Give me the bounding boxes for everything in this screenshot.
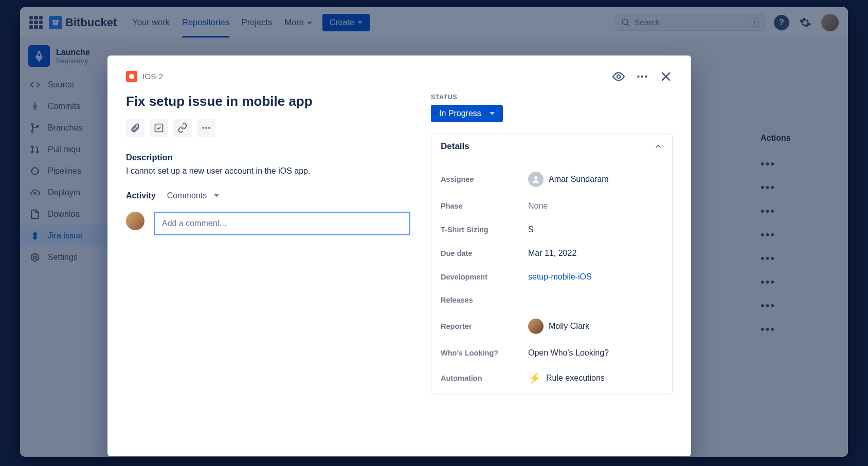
svg-point-0	[622, 19, 628, 25]
svg-line-1	[627, 24, 629, 26]
more-icon[interactable]	[636, 70, 649, 83]
branch-icon	[29, 122, 41, 134]
row-actions-5[interactable]: •••	[761, 247, 848, 270]
comment-input[interactable]: Add a comment...	[154, 212, 410, 235]
row-actions-1[interactable]: •••	[761, 152, 848, 176]
field-due-date[interactable]: Due date Mar 11, 2022	[441, 241, 663, 265]
topbar-right: Search / ?	[616, 14, 839, 31]
search-shortcut: /	[750, 18, 759, 27]
row-actions-4[interactable]: •••	[761, 223, 848, 247]
help-icon[interactable]: ?	[774, 15, 789, 30]
actions-header: Actions	[761, 134, 848, 143]
row-actions-3[interactable]: •••	[761, 199, 848, 223]
repo-type: Repository	[56, 57, 90, 65]
svg-point-11	[37, 151, 38, 153]
svg-point-16	[645, 76, 647, 78]
svg-rect-19	[155, 124, 163, 132]
chevron-down-icon	[490, 112, 495, 115]
nav-your-work[interactable]: Your work	[132, 9, 170, 35]
link-button[interactable]	[173, 119, 192, 137]
nav-more[interactable]: More	[284, 9, 312, 35]
create-button[interactable]: Create	[322, 14, 370, 31]
details-header[interactable]: Details	[431, 134, 672, 159]
search-input[interactable]: Search /	[616, 14, 765, 31]
cloud-up-icon	[29, 187, 41, 198]
issue-title[interactable]: Fix setup issue in mobile app	[126, 94, 410, 109]
repo-avatar-icon	[28, 45, 50, 67]
svg-point-3	[34, 105, 37, 108]
svg-point-2	[38, 53, 41, 56]
app-viewport: Bitbucket Your work Repositories Project…	[20, 7, 848, 457]
svg-point-10	[31, 151, 33, 153]
current-user-avatar	[126, 212, 144, 230]
description-text[interactable]: I cannot set up a new user account in th…	[126, 166, 410, 176]
pull-request-icon	[29, 144, 41, 155]
pipelines-icon	[29, 165, 41, 177]
status-dropdown[interactable]: In Progress	[431, 105, 503, 122]
row-actions-2[interactable]: •••	[761, 176, 848, 199]
issue-modal: IOS-2 Fix setup issue in mobile app Desc…	[107, 55, 691, 456]
activity-filter[interactable]: Comments	[167, 191, 219, 200]
field-automation[interactable]: Automation ⚡Rule executions	[441, 365, 663, 392]
issue-type-icon[interactable]	[126, 71, 137, 82]
modal-header: IOS-2	[126, 70, 673, 83]
chevron-down-icon	[214, 194, 219, 197]
svg-point-20	[203, 127, 204, 128]
issue-sidebar: STATUS In Progress Details Assignee Amar…	[431, 94, 673, 395]
field-assignee[interactable]: Assignee Amar Sundaram	[441, 164, 663, 194]
settings-icon[interactable]	[799, 16, 812, 29]
svg-point-6	[31, 124, 33, 125]
nav-repositories[interactable]: Repositories	[182, 9, 229, 35]
field-development[interactable]: Development setup-mobile-iOS	[441, 265, 663, 289]
user-avatar[interactable]	[821, 14, 839, 31]
person-icon	[528, 172, 544, 187]
svg-point-21	[205, 127, 207, 128]
actions-column: Actions ••• ••• ••• ••• ••• ••• ••• •••	[761, 134, 848, 341]
checklist-button[interactable]	[150, 119, 168, 137]
issue-main: Fix setup issue in mobile app Descriptio…	[126, 94, 410, 395]
commit-icon	[29, 101, 41, 112]
chevron-down-icon	[357, 21, 363, 24]
issue-actions	[126, 119, 410, 137]
brand-text: Bitbucket	[65, 16, 117, 29]
row-actions-7[interactable]: •••	[761, 294, 848, 318]
attach-button[interactable]	[126, 119, 144, 137]
row-actions-8[interactable]: •••	[761, 318, 848, 341]
svg-point-9	[31, 146, 33, 147]
bolt-icon: ⚡	[528, 372, 541, 384]
file-icon	[29, 209, 41, 220]
reporter-avatar	[528, 319, 544, 334]
field-phase[interactable]: Phase None	[441, 194, 663, 218]
row-actions-6[interactable]: •••	[761, 270, 848, 294]
watch-icon[interactable]	[612, 70, 625, 83]
topbar: Bitbucket Your work Repositories Project…	[20, 7, 848, 38]
field-whos-looking[interactable]: Who's Looking? Open Who's Looking?	[441, 341, 663, 365]
svg-point-23	[534, 176, 537, 179]
status-label: STATUS	[431, 94, 673, 101]
search-placeholder: Search	[635, 18, 660, 27]
description-label: Description	[126, 153, 410, 162]
brand-logo[interactable]: Bitbucket	[49, 16, 117, 29]
svg-point-14	[637, 76, 639, 78]
app-switcher-icon[interactable]	[29, 16, 43, 29]
jira-icon	[29, 230, 41, 241]
activity-label: Activity	[126, 191, 156, 200]
svg-point-15	[641, 76, 643, 78]
bitbucket-icon	[49, 16, 62, 29]
field-releases[interactable]: Releases	[441, 289, 663, 311]
repo-name: Launche	[56, 48, 90, 57]
top-nav: Your work Repositories Projects More	[132, 9, 312, 35]
svg-point-12	[34, 256, 37, 259]
close-icon[interactable]	[659, 70, 673, 83]
gear-icon	[29, 252, 41, 263]
more-actions-button[interactable]	[197, 119, 215, 137]
search-icon	[621, 18, 630, 27]
svg-point-22	[208, 127, 210, 128]
nav-projects[interactable]: Projects	[242, 9, 273, 35]
field-reporter[interactable]: Reporter Molly Clark	[441, 311, 663, 341]
issue-key[interactable]: IOS-2	[142, 72, 163, 81]
svg-point-13	[617, 75, 621, 79]
field-tshirt-sizing[interactable]: T-Shirt Sizing S	[441, 218, 663, 241]
code-icon	[29, 79, 41, 90]
chevron-up-icon	[654, 142, 663, 151]
